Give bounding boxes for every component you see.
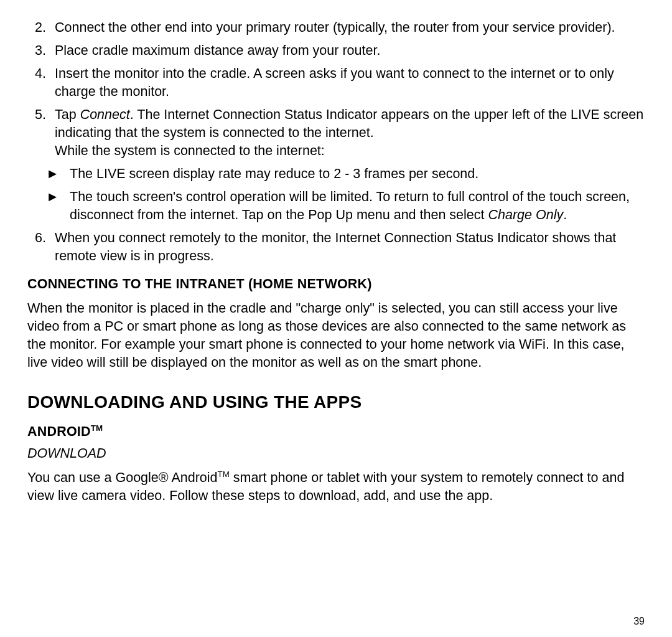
intranet-heading: CONNECTING TO THE INTRANET (HOME NETWORK… — [27, 275, 645, 293]
bullet2-chargeonly: Charge Only — [488, 207, 564, 222]
step-6: 6. When you connect remotely to the moni… — [27, 229, 645, 265]
android-heading: ANDROIDTM — [27, 423, 645, 441]
manual-page: 2. Connect the other end into your prima… — [0, 0, 672, 637]
step5-pre: Tap — [55, 107, 80, 122]
apps-heading: DOWNLOADING AND USING THE APPS — [27, 390, 645, 414]
setup-steps-list: 2. Connect the other end into your prima… — [27, 19, 645, 160]
apps-body: You can use a Google® AndroidTM smart ph… — [27, 469, 645, 505]
step-number: 3. — [27, 42, 55, 60]
intranet-body: When the monitor is placed in the cradle… — [27, 300, 645, 372]
bullet-mark: ► — [46, 188, 70, 224]
android-label: ANDROID — [27, 424, 91, 439]
step-text: Place cradle maximum distance away from … — [55, 42, 645, 60]
bullet-2: ► The touch screen's control operation w… — [46, 188, 645, 224]
step5-connect-word: Connect — [80, 107, 130, 122]
step-number: 2. — [27, 19, 55, 37]
bullet-text: The LIVE screen display rate may reduce … — [70, 165, 478, 183]
step5-line2: While the system is connected to the int… — [55, 143, 325, 158]
bullet-text: The touch screen's control operation wil… — [70, 188, 645, 224]
step-5: 5. Tap Connect. The Internet Connection … — [27, 106, 645, 160]
step-number: 6. — [27, 229, 55, 265]
step-text: Tap Connect. The Internet Connection Sta… — [55, 106, 645, 160]
page-number: 39 — [633, 615, 645, 628]
bullets-wrap: ► The LIVE screen display rate may reduc… — [27, 165, 645, 224]
bullet-mark: ► — [46, 165, 70, 183]
apps-body-pre: You can use a Google® Android — [27, 470, 218, 485]
android-tm: TM — [91, 423, 103, 433]
step-3: 3. Place cradle maximum distance away fr… — [27, 42, 645, 60]
step-4: 4. Insert the monitor into the cradle. A… — [27, 65, 645, 101]
download-heading: DOWNLOAD — [27, 445, 645, 463]
step-number: 5. — [27, 106, 55, 160]
bullet2-post: . — [563, 207, 567, 222]
step-2: 2. Connect the other end into your prima… — [27, 19, 645, 37]
apps-body-tm: TM — [218, 469, 230, 479]
bullet-1: ► The LIVE screen display rate may reduc… — [46, 165, 645, 183]
step5-post: . The Internet Connection Status Indicat… — [55, 107, 643, 140]
step-number: 4. — [27, 65, 55, 101]
step-text: When you connect remotely to the monitor… — [55, 229, 645, 265]
connected-bullets: ► The LIVE screen display rate may reduc… — [46, 165, 645, 224]
step-text: Insert the monitor into the cradle. A sc… — [55, 65, 645, 101]
setup-steps-list-cont: 6. When you connect remotely to the moni… — [27, 229, 645, 265]
step-text: Connect the other end into your primary … — [55, 19, 645, 37]
